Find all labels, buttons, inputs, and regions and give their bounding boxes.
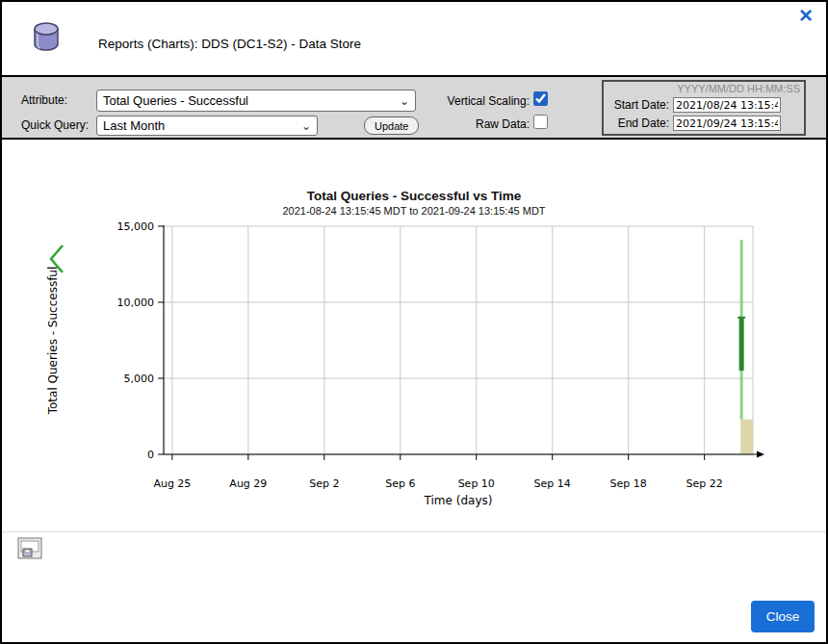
end-date-input[interactable] (673, 116, 781, 131)
svg-text:Aug 25: Aug 25 (153, 477, 191, 490)
chevron-down-icon: ⌄ (301, 119, 311, 133)
svg-text:15,000: 15,000 (117, 220, 155, 233)
close-icon[interactable]: × (799, 4, 813, 27)
chart-canvas: 05,00010,00015,000Aug 25Aug 29Sep 2Sep 6… (2, 216, 826, 529)
svg-text:Sep 14: Sep 14 (534, 477, 571, 490)
raw-data-checkbox[interactable] (533, 115, 548, 129)
start-date-label: Start Date: (608, 98, 669, 112)
svg-text:Sep 18: Sep 18 (610, 477, 647, 490)
toolbar: Attribute: Total Queries - Successful ⌄ … (2, 75, 826, 140)
svg-text:Sep 6: Sep 6 (385, 477, 415, 490)
raw-data-label: Raw Data: (435, 117, 530, 131)
attribute-select[interactable]: Total Queries - Successful ⌄ (96, 90, 416, 112)
datastore-cylinder-icon (27, 21, 65, 60)
svg-text:Sep 22: Sep 22 (686, 477, 723, 490)
svg-text:Sep 2: Sep 2 (309, 477, 339, 490)
vertical-scaling-label: Vertical Scaling: (435, 94, 530, 108)
dialog-title: Reports (Charts): DDS (DC1-S2) - Data St… (98, 37, 361, 51)
attribute-select-value: Total Queries - Successful (103, 93, 248, 108)
end-date-label: End Date: (608, 116, 669, 130)
reports-chart-dialog: Reports (Charts): DDS (DC1-S2) - Data St… (0, 0, 828, 644)
update-button[interactable]: Update (364, 116, 419, 135)
footer-divider (2, 531, 826, 532)
date-range-panel: YYYY/MM/DD HH:MM:SS Start Date: End Date… (602, 80, 806, 136)
close-button[interactable]: Close (751, 601, 815, 632)
save-chart-icon[interactable] (17, 537, 42, 563)
vertical-scaling-checkbox[interactable] (533, 91, 548, 106)
quick-query-select[interactable]: Last Month ⌄ (96, 116, 318, 136)
svg-text:Total Queries - Successful: Total Queries - Successful (46, 267, 60, 416)
attribute-label: Attribute: (21, 93, 67, 107)
svg-text:5,000: 5,000 (124, 373, 155, 385)
start-date-input[interactable] (673, 97, 781, 113)
chevron-down-icon: ⌄ (400, 94, 409, 108)
date-format-hint: YYYY/MM/DD HH:MM:SS (677, 83, 800, 94)
svg-text:Aug 29: Aug 29 (229, 477, 267, 490)
quick-query-label: Quick Query: (21, 118, 89, 132)
svg-text:0: 0 (147, 449, 154, 461)
svg-text:Sep 10: Sep 10 (458, 477, 495, 490)
chart-title: Total Queries - Successful vs Time (2, 189, 826, 203)
svg-text:10,000: 10,000 (117, 296, 155, 309)
svg-text:Time (days): Time (days) (424, 494, 493, 507)
quick-query-select-value: Last Month (103, 118, 165, 133)
